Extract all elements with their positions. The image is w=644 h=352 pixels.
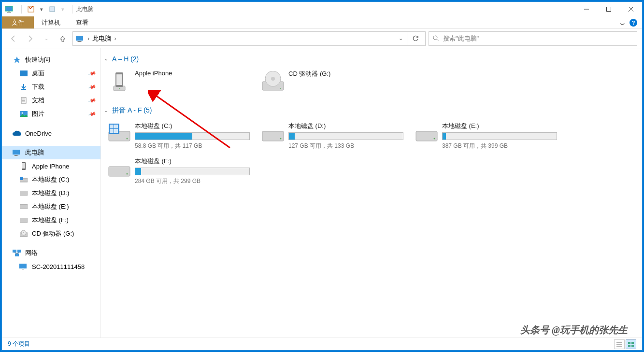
svg-rect-34 bbox=[13, 250, 16, 253]
disk-icon bbox=[19, 218, 28, 223]
nav-disk-e[interactable]: 本地磁盘 (E:) bbox=[2, 200, 100, 213]
recent-dropdown-icon[interactable]: ⌄ bbox=[40, 32, 53, 45]
group-header-pinyin[interactable]: ⌄ 拼音 A - F (5) bbox=[104, 106, 637, 115]
svg-rect-6 bbox=[607, 7, 611, 12]
titlebar: ▾ ▾ 此电脑 bbox=[2, 2, 642, 16]
breadcrumb-root-icon[interactable] bbox=[75, 32, 87, 45]
device-cddrive[interactable]: CD 驱动器 (G:) bbox=[258, 68, 411, 95]
nav-disk-d[interactable]: 本地磁盘 (D:) bbox=[2, 186, 100, 200]
nav-pictures[interactable]: 图片 📌 bbox=[2, 107, 100, 121]
maximize-button[interactable] bbox=[598, 2, 620, 16]
nav-network-label: 网络 bbox=[25, 249, 38, 257]
nav-disk-d-label: 本地磁盘 (D:) bbox=[32, 189, 69, 197]
svg-rect-21 bbox=[13, 150, 20, 155]
refresh-button[interactable] bbox=[407, 31, 423, 46]
nav-apple-iphone-label: Apple iPhone bbox=[32, 163, 69, 170]
address-dropdown-icon[interactable]: ⌄ bbox=[394, 32, 407, 45]
svg-rect-65 bbox=[628, 342, 630, 344]
qat-dropdown2-icon[interactable]: ▾ bbox=[57, 4, 68, 14]
svg-rect-67 bbox=[628, 345, 630, 347]
address-toolbar: ⌄ › 此电脑 › ⌄ bbox=[2, 29, 642, 48]
nav-network-computer[interactable]: SC-202011111458 bbox=[2, 260, 100, 273]
svg-rect-52 bbox=[114, 125, 118, 128]
disk-e-info: 387 GB 可用，共 399 GB bbox=[442, 142, 563, 150]
nav-disk-e-label: 本地磁盘 (E:) bbox=[32, 202, 69, 211]
nav-cd-g[interactable]: CD 驱动器 (G:) bbox=[2, 227, 100, 240]
svg-rect-1 bbox=[8, 12, 10, 12]
nav-quick-access[interactable]: 快速访问 bbox=[2, 53, 100, 67]
breadcrumb-chevron2-icon[interactable]: › bbox=[114, 32, 116, 45]
svg-point-61 bbox=[127, 173, 128, 175]
svg-point-48 bbox=[280, 88, 281, 89]
up-button[interactable] bbox=[56, 32, 70, 45]
svg-rect-36 bbox=[15, 253, 19, 256]
tab-computer[interactable]: 计算机 bbox=[34, 16, 68, 28]
breadcrumb-thispc[interactable]: 此电脑 bbox=[89, 32, 114, 45]
svg-point-12 bbox=[433, 36, 437, 40]
tab-view[interactable]: 查看 bbox=[68, 16, 96, 28]
iphone-large-icon bbox=[106, 70, 133, 93]
nav-documents[interactable]: 文档 📌 bbox=[2, 94, 100, 107]
view-details-button[interactable] bbox=[614, 339, 625, 349]
nav-network[interactable]: 网络 bbox=[2, 246, 100, 260]
cd-icon bbox=[19, 230, 28, 237]
group-header-ah[interactable]: ⌄ A – H (2) bbox=[104, 55, 637, 63]
disk-d[interactable]: 本地磁盘 (D:) 127 GB 可用，共 133 GB bbox=[258, 120, 411, 152]
address-box[interactable]: › 此电脑 › ⌄ bbox=[72, 31, 426, 46]
nav-desktop[interactable]: 桌面 📌 bbox=[2, 67, 100, 80]
svg-line-37 bbox=[14, 253, 17, 253]
svg-rect-56 bbox=[262, 131, 284, 141]
svg-rect-4 bbox=[50, 7, 55, 12]
forward-button[interactable] bbox=[23, 32, 37, 45]
back-button[interactable] bbox=[7, 32, 20, 45]
svg-line-38 bbox=[17, 253, 19, 253]
pin-icon: 📌 bbox=[88, 96, 97, 105]
search-icon bbox=[433, 35, 439, 42]
chevron-down-icon: ⌄ bbox=[104, 56, 108, 61]
disk-c[interactable]: 本地磁盘 (C:) 58.8 GB 可用，共 117 GB bbox=[104, 120, 258, 152]
minimize-button[interactable] bbox=[575, 2, 598, 16]
svg-rect-29 bbox=[20, 204, 28, 209]
nav-downloads[interactable]: 下载 📌 bbox=[2, 80, 100, 94]
nav-disk-c-label: 本地磁盘 (C:) bbox=[32, 175, 69, 184]
svg-point-44 bbox=[119, 88, 120, 89]
pin-icon: 📌 bbox=[88, 110, 97, 118]
close-button[interactable] bbox=[620, 2, 642, 16]
expand-ribbon-icon[interactable]: ⌄ bbox=[617, 18, 628, 27]
disk-e-bar bbox=[442, 132, 557, 140]
disk-e[interactable]: 本地磁盘 (E:) 387 GB 可用，共 399 GB bbox=[411, 120, 565, 152]
cd-large-icon bbox=[259, 70, 286, 93]
svg-rect-23 bbox=[14, 155, 18, 156]
svg-rect-68 bbox=[631, 345, 634, 347]
svg-rect-22 bbox=[15, 155, 17, 155]
status-item-count: 9 个项目 bbox=[8, 340, 30, 348]
nav-apple-iphone[interactable]: Apple iPhone bbox=[2, 159, 100, 173]
thispc-icon bbox=[13, 149, 21, 156]
iphone-icon bbox=[19, 162, 28, 170]
search-box[interactable] bbox=[429, 31, 637, 46]
qat-properties-icon[interactable] bbox=[26, 4, 36, 14]
help-icon[interactable]: ? bbox=[630, 19, 637, 27]
view-tiles-button[interactable] bbox=[626, 339, 636, 349]
disk-f[interactable]: 本地磁盘 (F:) 284 GB 可用，共 299 GB bbox=[104, 155, 258, 187]
disk-large-icon bbox=[106, 157, 133, 180]
device-apple-iphone[interactable]: Apple iPhone bbox=[104, 68, 258, 95]
svg-point-47 bbox=[271, 77, 275, 81]
content-pane: ⌄ A – H (2) Apple iPhone bbox=[101, 48, 642, 338]
nav-disk-f[interactable]: 本地磁盘 (F:) bbox=[2, 213, 100, 227]
nav-this-pc[interactable]: 此电脑 bbox=[2, 146, 100, 159]
desktop-icon bbox=[19, 70, 28, 76]
qat-dropdown-icon[interactable]: ▾ bbox=[36, 4, 47, 14]
svg-rect-43 bbox=[116, 74, 122, 85]
search-input[interactable] bbox=[443, 35, 633, 42]
svg-point-55 bbox=[127, 138, 128, 140]
pin-icon: 📌 bbox=[88, 69, 97, 78]
nav-disk-c[interactable]: 本地磁盘 (C:) bbox=[2, 173, 100, 186]
qat-item-icon[interactable] bbox=[47, 4, 57, 14]
svg-rect-35 bbox=[17, 250, 21, 253]
disk-d-bar bbox=[288, 132, 403, 140]
nav-onedrive[interactable]: OneDrive bbox=[2, 127, 100, 140]
tab-file[interactable]: 文件 bbox=[2, 16, 34, 28]
navigation-pane: 快速访问 桌面 📌 下载 📌 文档 📌 bbox=[2, 48, 101, 338]
svg-rect-10 bbox=[78, 41, 81, 42]
